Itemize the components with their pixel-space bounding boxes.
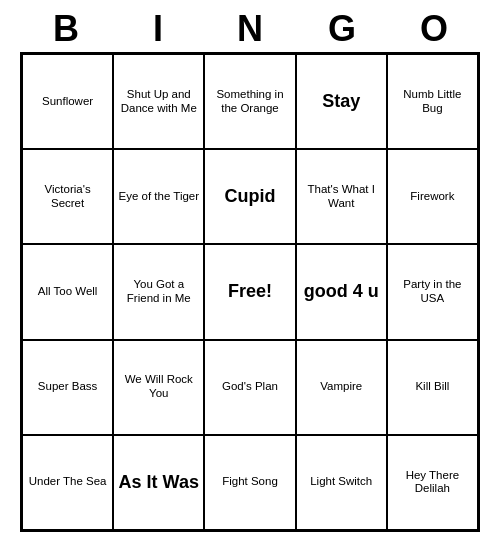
bingo-cell-19[interactable]: Kill Bill	[387, 340, 478, 435]
bingo-cell-4[interactable]: Numb Little Bug	[387, 54, 478, 149]
bingo-cell-10[interactable]: All Too Well	[22, 244, 113, 339]
bingo-cell-16[interactable]: We Will Rock You	[113, 340, 204, 435]
header-o: O	[388, 8, 480, 50]
header-b: B	[20, 8, 112, 50]
bingo-cell-6[interactable]: Eye of the Tiger	[113, 149, 204, 244]
bingo-cell-3[interactable]: Stay	[296, 54, 387, 149]
bingo-cell-18[interactable]: Vampire	[296, 340, 387, 435]
bingo-cell-12[interactable]: Free!	[204, 244, 295, 339]
bingo-cell-15[interactable]: Super Bass	[22, 340, 113, 435]
bingo-cell-5[interactable]: Victoria's Secret	[22, 149, 113, 244]
bingo-cell-17[interactable]: God's Plan	[204, 340, 295, 435]
bingo-grid: SunflowerShut Up and Dance with MeSometh…	[20, 52, 480, 532]
header-n: N	[204, 8, 296, 50]
bingo-cell-24[interactable]: Hey There Delilah	[387, 435, 478, 530]
bingo-header: B I N G O	[20, 8, 480, 50]
bingo-cell-14[interactable]: Party in the USA	[387, 244, 478, 339]
bingo-cell-22[interactable]: Fight Song	[204, 435, 295, 530]
bingo-cell-0[interactable]: Sunflower	[22, 54, 113, 149]
bingo-cell-23[interactable]: Light Switch	[296, 435, 387, 530]
bingo-cell-1[interactable]: Shut Up and Dance with Me	[113, 54, 204, 149]
bingo-cell-20[interactable]: Under The Sea	[22, 435, 113, 530]
bingo-cell-9[interactable]: Firework	[387, 149, 478, 244]
header-g: G	[296, 8, 388, 50]
bingo-cell-13[interactable]: good 4 u	[296, 244, 387, 339]
bingo-cell-8[interactable]: That's What I Want	[296, 149, 387, 244]
bingo-cell-2[interactable]: Something in the Orange	[204, 54, 295, 149]
bingo-cell-7[interactable]: Cupid	[204, 149, 295, 244]
bingo-cell-21[interactable]: As It Was	[113, 435, 204, 530]
bingo-cell-11[interactable]: You Got a Friend in Me	[113, 244, 204, 339]
header-i: I	[112, 8, 204, 50]
